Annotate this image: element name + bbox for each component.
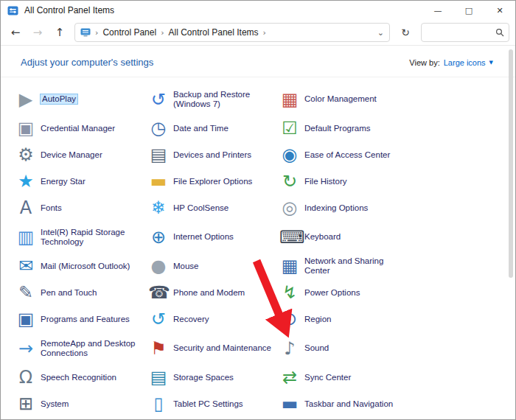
color-management-icon: ▦ bbox=[279, 88, 300, 111]
pen-touch-icon: ✎ bbox=[15, 281, 36, 304]
content-header: Adjust your computer's settings View by:… bbox=[1, 46, 515, 77]
control-panel-item-label: Devices and Printers bbox=[173, 150, 251, 160]
control-panel-item[interactable]: ☎Phone and Modem bbox=[148, 281, 279, 304]
power-options-icon: ↯ bbox=[279, 281, 300, 304]
control-panel-item[interactable]: →RemoteApp and Desktop Connections bbox=[15, 337, 148, 360]
breadcrumb-separator: › bbox=[95, 28, 98, 38]
control-panel-item[interactable]: ⊙Region bbox=[279, 308, 434, 330]
taskbar-navigation-icon: ▬ bbox=[279, 393, 300, 415]
control-panel-item-label: Ease of Access Center bbox=[304, 150, 390, 160]
control-panel-item[interactable]: ▣Programs and Features bbox=[15, 308, 148, 330]
control-panel-item[interactable]: ▶AutoPlay bbox=[15, 88, 148, 111]
address-history-chevron-down-icon[interactable]: ⌄ bbox=[377, 28, 384, 38]
control-panel-item[interactable]: ⇄Sync Center bbox=[279, 366, 434, 388]
control-panel-item-label: Tablet PC Settings bbox=[173, 399, 243, 409]
search-input[interactable] bbox=[426, 28, 495, 37]
fonts-icon: A bbox=[15, 197, 36, 219]
control-panel-item-label: Power Options bbox=[304, 288, 360, 298]
control-panel-item[interactable]: ▬File Explorer Options bbox=[148, 170, 279, 192]
control-panel-item[interactable]: ✉Mail (Microsoft Outlook) bbox=[15, 255, 148, 277]
up-button[interactable]: ↑ bbox=[52, 26, 67, 39]
control-panel-item[interactable]: ★Energy Star bbox=[15, 170, 148, 192]
programs-features-icon: ▣ bbox=[15, 308, 36, 330]
breadcrumb-item-all-control-panel-items[interactable]: All Control Panel Items bbox=[169, 27, 259, 38]
items-row: ▣Credential Manager◷Date and Time☑Defaul… bbox=[15, 115, 505, 141]
sound-icon: ♪ bbox=[279, 337, 300, 360]
scrollbar bbox=[507, 46, 514, 418]
items-row: ▣Programs and Features↺Recovery⊙Region bbox=[15, 306, 505, 332]
control-panel-item-label: Pen and Touch bbox=[41, 288, 97, 298]
control-panel-item[interactable]: ⚑Security and Maintenance bbox=[148, 337, 279, 360]
credential-manager-icon: ▣ bbox=[15, 117, 36, 139]
control-panel-item[interactable]: ⚙Device Manager bbox=[15, 144, 148, 166]
control-panel-app-icon bbox=[7, 5, 18, 16]
control-panel-item[interactable]: ▤Storage Spaces bbox=[148, 366, 279, 388]
control-panel-item-label: Indexing Options bbox=[304, 203, 368, 213]
chevron-down-icon: ▼ bbox=[489, 60, 493, 66]
back-button[interactable]: ← bbox=[8, 26, 23, 39]
control-panel-item[interactable]: ●Mouse bbox=[148, 255, 279, 277]
maximize-button[interactable]: □ bbox=[453, 1, 484, 20]
control-panel-item-label: Backup and Restore (Windows 7) bbox=[173, 90, 276, 109]
control-panel-item[interactable]: ◉Ease of Access Center bbox=[279, 144, 434, 166]
sync-center-icon: ⇄ bbox=[279, 366, 300, 388]
address-bar[interactable]: › Control Panel › All Control Panel Item… bbox=[74, 23, 390, 42]
breadcrumb-item-control-panel[interactable]: Control Panel bbox=[102, 27, 156, 38]
device-manager-icon: ⚙ bbox=[15, 144, 36, 166]
search-box[interactable] bbox=[421, 23, 509, 42]
control-panel-item[interactable]: ☑Default Programs bbox=[279, 117, 434, 139]
minimize-button[interactable]: — bbox=[422, 1, 453, 20]
storage-spaces-icon: ▤ bbox=[148, 366, 169, 388]
control-panel-item[interactable]: ▥Intel(R) Rapid Storage Technology bbox=[15, 226, 148, 248]
close-button[interactable]: ✕ bbox=[484, 1, 515, 20]
control-panel-item[interactable]: ▦Color Management bbox=[279, 88, 434, 111]
ease-of-access-icon: ◉ bbox=[279, 144, 300, 166]
control-panel-item[interactable]: ↺Backup and Restore (Windows 7) bbox=[148, 88, 279, 111]
items-row: ΩSpeech Recognition▤Storage Spaces⇄Sync … bbox=[15, 364, 505, 391]
indexing-options-icon: ◎ bbox=[279, 197, 300, 219]
view-by-select[interactable]: Large icons bbox=[444, 58, 486, 67]
control-panel-item-label: Taskbar and Navigation bbox=[304, 399, 393, 409]
control-panel-item[interactable]: ↯Power Options bbox=[279, 281, 434, 304]
control-panel-item[interactable]: ↺Recovery bbox=[148, 308, 279, 330]
control-panel-item-label: Sound bbox=[304, 343, 329, 353]
scrollbar-thumb[interactable] bbox=[509, 49, 513, 278]
control-panel-item[interactable]: ΩSpeech Recognition bbox=[15, 366, 148, 388]
control-panel-item[interactable]: AFonts bbox=[15, 197, 148, 219]
view-by-control: View by: Large icons ▼ bbox=[409, 58, 493, 67]
control-panel-item-label: Energy Star bbox=[41, 177, 86, 186]
items-row: ◆Windows Defender Firewall bbox=[15, 417, 505, 420]
items-row: ⚙Device Manager▤Devices and Printers◉Eas… bbox=[15, 141, 505, 168]
location-icon bbox=[80, 28, 91, 37]
refresh-button[interactable]: ↻ bbox=[397, 27, 414, 38]
control-panel-item[interactable]: ⌨Keyboard bbox=[279, 226, 434, 248]
control-panel-item-label: AutoPlay bbox=[41, 94, 77, 104]
control-panel-item[interactable]: ◷Date and Time bbox=[148, 117, 279, 139]
default-programs-icon: ☑ bbox=[279, 117, 300, 139]
control-panel-item-label: Network and Sharing Center bbox=[304, 256, 408, 276]
control-panel-item-label: Device Manager bbox=[41, 150, 102, 160]
items-row: AFonts❄HP CoolSense◎Indexing Options bbox=[15, 195, 505, 221]
control-panel-item-label: Credential Manager bbox=[41, 124, 115, 133]
region-icon: ⊙ bbox=[279, 308, 300, 330]
items-row: ▥Intel(R) Rapid Storage Technology⊕Inter… bbox=[15, 221, 505, 253]
control-panel-item[interactable]: ▤Devices and Printers bbox=[148, 144, 279, 166]
control-panel-item[interactable]: ✎Pen and Touch bbox=[15, 281, 148, 304]
control-panel-item[interactable]: ❄HP CoolSense bbox=[148, 197, 279, 219]
hp-coolsense-icon: ❄ bbox=[148, 197, 169, 219]
control-panel-item[interactable]: ▯Tablet PC Settings bbox=[148, 393, 279, 415]
control-panel-item[interactable]: ◎Indexing Options bbox=[279, 197, 434, 219]
control-panel-item[interactable]: ⊞System bbox=[15, 393, 148, 415]
control-panel-item[interactable]: ▬Taskbar and Navigation bbox=[279, 393, 434, 415]
control-panel-item[interactable]: ⊕Internet Options bbox=[148, 226, 279, 248]
recovery-icon: ↺ bbox=[148, 308, 169, 330]
control-panel-item[interactable]: ▦Network and Sharing Center bbox=[279, 255, 434, 277]
page-title: Adjust your computer's settings bbox=[21, 57, 153, 68]
forward-button[interactable]: → bbox=[30, 26, 45, 39]
navigation-bar: ← → ↑ › Control Panel › All Control Pane… bbox=[1, 20, 515, 46]
control-panel-item[interactable]: ♪Sound bbox=[279, 337, 434, 360]
control-panel-item[interactable]: ↻File History bbox=[279, 170, 434, 192]
control-panel-item[interactable]: ▣Credential Manager bbox=[15, 117, 148, 139]
system-icon: ⊞ bbox=[15, 393, 36, 415]
window-controls: — □ ✕ bbox=[422, 1, 515, 20]
